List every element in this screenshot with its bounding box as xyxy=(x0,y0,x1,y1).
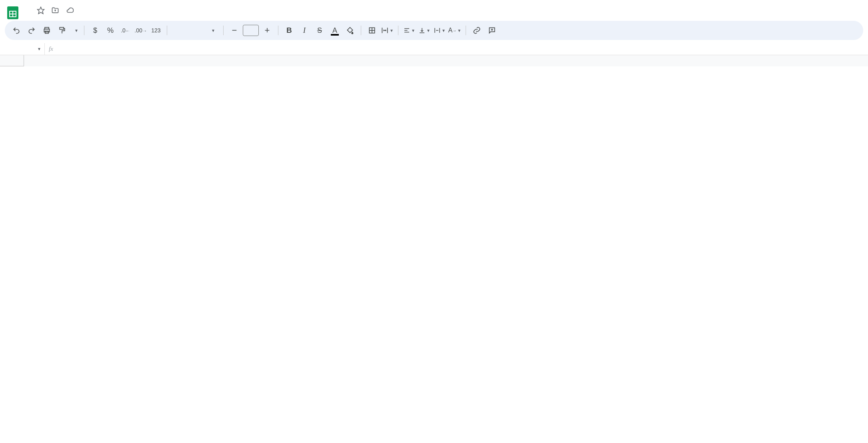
paint-format-button[interactable] xyxy=(55,24,69,37)
borders-button[interactable] xyxy=(365,24,379,37)
sheets-logo[interactable] xyxy=(5,5,21,21)
font-size-input[interactable] xyxy=(243,25,259,36)
decrease-font-size-button[interactable]: − xyxy=(228,24,241,37)
fill-color-button[interactable] xyxy=(343,24,357,37)
select-all-corner[interactable] xyxy=(0,55,24,66)
svg-rect-8 xyxy=(60,28,64,30)
more-formats-button[interactable]: 123 xyxy=(149,24,163,37)
zoom-select[interactable]: ▼ xyxy=(70,28,80,33)
percent-button[interactable]: % xyxy=(104,24,117,37)
document-title[interactable] xyxy=(26,10,30,11)
strikethrough-button[interactable]: S xyxy=(313,24,326,37)
menubar xyxy=(26,18,863,21)
insert-comment-button[interactable] xyxy=(485,24,499,37)
undo-button[interactable] xyxy=(10,24,23,37)
toolbar: ▼ $ % .0← .00→ 123 ▼ − + B I S A ▼ ▼ ▼ ▼… xyxy=(5,21,863,40)
fx-icon: fx xyxy=(45,46,57,52)
formula-bar-input[interactable] xyxy=(57,43,868,55)
bold-button[interactable]: B xyxy=(282,24,296,37)
print-button[interactable] xyxy=(40,24,54,37)
merge-cells-button[interactable]: ▼ xyxy=(380,24,394,37)
decrease-decimal-button[interactable]: .0← xyxy=(119,24,132,37)
insert-link-button[interactable] xyxy=(470,24,484,37)
horizontal-align-button[interactable]: ▼ xyxy=(402,24,416,37)
name-box[interactable]: ▼ xyxy=(2,43,45,55)
increase-font-size-button[interactable]: + xyxy=(260,24,274,37)
italic-button[interactable]: I xyxy=(298,24,311,37)
redo-button[interactable] xyxy=(25,24,38,37)
font-family-select[interactable]: ▼ xyxy=(171,28,219,33)
text-color-button[interactable]: A xyxy=(328,24,342,37)
currency-button[interactable]: $ xyxy=(88,24,102,37)
vertical-align-button[interactable]: ▼ xyxy=(418,24,431,37)
cloud-status-icon[interactable] xyxy=(66,6,74,14)
increase-decimal-button[interactable]: .00→ xyxy=(134,24,148,37)
text-rotation-button[interactable]: A→▼ xyxy=(448,24,462,37)
move-icon[interactable] xyxy=(51,6,59,14)
text-wrap-button[interactable]: ▼ xyxy=(433,24,446,37)
star-icon[interactable] xyxy=(37,6,45,14)
svg-marker-4 xyxy=(38,7,44,14)
